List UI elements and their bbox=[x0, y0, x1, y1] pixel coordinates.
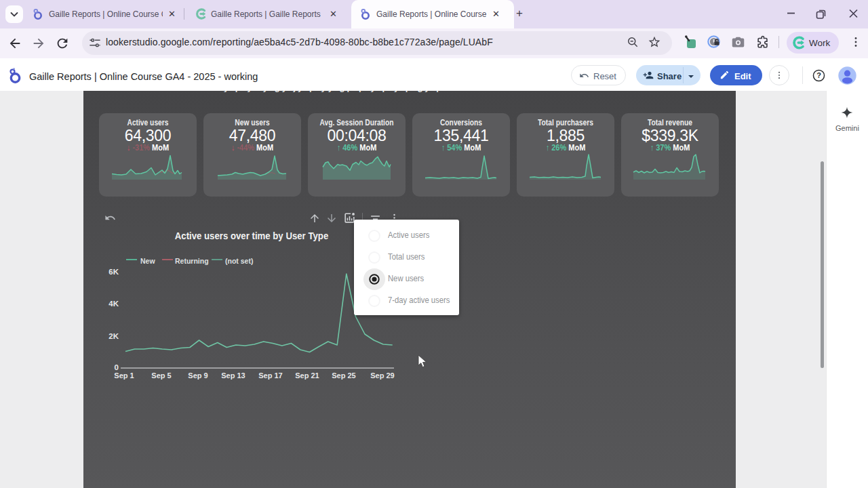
svg-text:?: ? bbox=[816, 71, 821, 79]
